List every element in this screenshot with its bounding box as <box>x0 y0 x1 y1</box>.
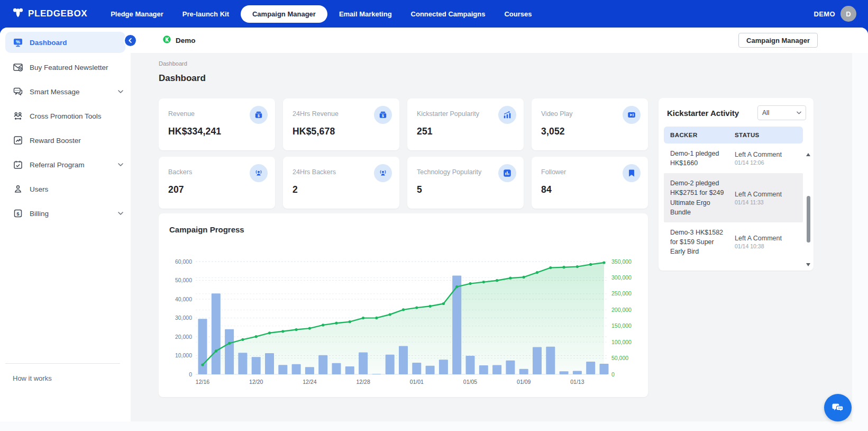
chat-bubbles-icon <box>13 86 23 97</box>
svg-text:01/13: 01/13 <box>570 379 584 385</box>
svg-text:300,000: 300,000 <box>611 274 632 281</box>
nav-item-connected-campaigns[interactable]: Connected Campaigns <box>404 6 493 22</box>
topbar: Demo Campaign Manager <box>131 28 868 53</box>
nav-item-pledge-manager[interactable]: Pledge Manager <box>103 6 171 22</box>
chevron-down-icon <box>118 163 123 166</box>
status-cell: Left A Comment <box>735 191 803 198</box>
column-backer: BACKER <box>664 132 734 138</box>
nav-item-courses[interactable]: Courses <box>497 6 539 22</box>
nav-item-email-marketing[interactable]: Email Marketing <box>332 6 399 22</box>
sidebar-item-label: Billing <box>30 210 112 218</box>
backer-cell: Demo-1 pledged HK$1660 <box>664 149 734 168</box>
how-it-works-link[interactable]: How it works <box>13 374 52 382</box>
svg-text:0: 0 <box>189 371 192 378</box>
svg-text:30,000: 30,000 <box>175 315 192 321</box>
right-gutter <box>852 53 868 421</box>
activity-title: Kickstarter Activity <box>667 109 739 118</box>
stat-label: 24Hrs Revenue <box>293 110 372 118</box>
chat-launcher-button[interactable] <box>824 394 852 421</box>
status-time: 01/14 11:33 <box>735 199 803 205</box>
activity-row[interactable]: Demo-2 pledged HK$2751 for $249 Ultimate… <box>664 173 803 222</box>
page-shell: % Dashboard Buy Featured Newsletter Smar… <box>0 28 868 431</box>
campaign-progress-card: Campaign Progress 010,00020,00030,00040,… <box>159 213 648 397</box>
stat-label: Kickstarter Popularity <box>417 110 496 118</box>
sidebar-item-label: Dashboard <box>30 39 118 47</box>
nav-item-pre-launch-kit[interactable]: Pre-launch Kit <box>175 6 236 22</box>
sidebar-item-referral-program[interactable]: Referral Program <box>0 152 131 177</box>
stat-value: 5 <box>417 184 514 195</box>
svg-text:250,000: 250,000 <box>611 290 632 297</box>
backers-icon <box>250 164 268 182</box>
kickstarter-activity-card: Kickstarter Activity All BACKER STATUS D… <box>659 98 814 271</box>
chart-growth-icon <box>498 106 516 124</box>
chevron-down-icon <box>797 111 801 114</box>
chat-bubbles-icon <box>830 400 845 415</box>
kickstarter-icon <box>162 35 171 46</box>
campaign-progress-chart: 010,00020,00030,00040,00050,00060,000050… <box>159 243 648 396</box>
stat-card-backers: Backers 207 <box>159 157 275 209</box>
brand-name: PLEDGEBOX <box>28 8 87 19</box>
page-title: Dashboard <box>159 73 206 84</box>
column-status: STATUS <box>734 132 803 138</box>
status-cell: Left A Comment <box>735 235 803 242</box>
person-icon <box>13 184 23 194</box>
backers-icon <box>374 164 392 182</box>
svg-text:100,000: 100,000 <box>611 339 632 345</box>
activity-row[interactable]: Demo-1 pledged HK$1660 Left A Comment 01… <box>664 143 803 173</box>
activity-filter-select[interactable]: All <box>757 105 806 120</box>
stat-label: Video Play <box>541 110 620 118</box>
scroll-down-icon[interactable] <box>806 263 810 266</box>
svg-text:01/05: 01/05 <box>463 379 477 385</box>
sidebar-item-cross-promotion-tools[interactable]: Cross Promotion Tools <box>0 104 131 128</box>
calendar-check-icon <box>13 159 23 170</box>
status-time: 01/14 12:06 <box>735 159 803 166</box>
chart-title: Campaign Progress <box>169 225 244 234</box>
svg-text:$: $ <box>258 114 260 118</box>
svg-text:12/24: 12/24 <box>303 379 316 385</box>
breadcrumb[interactable]: Dashboard <box>159 60 187 67</box>
filter-value: All <box>762 109 769 116</box>
chevron-down-icon <box>118 212 123 215</box>
sidebar-item-buy-featured-newsletter[interactable]: Buy Featured Newsletter <box>0 55 131 79</box>
stats-grid: Revenue HK$334,241 $ 24Hrs Revenue HK$5,… <box>159 98 648 209</box>
people-exchange-icon <box>13 111 23 121</box>
svg-text:20,000: 20,000 <box>175 334 192 340</box>
sidebar-collapse-button[interactable] <box>125 35 136 46</box>
svg-text:12/28: 12/28 <box>356 379 370 385</box>
activity-table: BACKER STATUS Demo-1 pledged HK$1660 Lef… <box>664 127 803 262</box>
activity-scrollbar[interactable] <box>806 153 811 266</box>
sidebar-item-reward-booster[interactable]: Reward Booster <box>0 128 131 152</box>
sidebar-divider <box>5 363 120 364</box>
stat-card-24hrs-revenue: 24Hrs Revenue HK$5,678 $ <box>283 98 399 150</box>
main-content: Dashboard Dashboard Revenue HK$334,241 $… <box>131 53 868 421</box>
sidebar-item-users[interactable]: Users <box>0 177 131 201</box>
stat-value: 207 <box>168 184 266 195</box>
trend-up-square-icon <box>13 135 23 146</box>
sidebar-item-smart-message[interactable]: Smart Message <box>0 79 131 104</box>
brand-logo[interactable]: PLEDGEBOX <box>12 6 87 21</box>
scroll-up-icon[interactable] <box>806 153 810 156</box>
main-nav: Pledge Manager Pre-launch Kit Campaign M… <box>103 5 539 23</box>
stat-card-video-play: Video Play 3,052 <box>532 98 648 150</box>
sidebar-item-billing[interactable]: $ Billing <box>0 201 131 226</box>
svg-text:150,000: 150,000 <box>611 322 632 329</box>
activity-row[interactable]: Demo-3 HK$1582 for $159 Super Early Bird… <box>664 222 803 262</box>
backer-cell: Demo-3 HK$1582 for $159 Super Early Bird <box>664 228 734 256</box>
user-avatar[interactable]: D <box>840 6 856 22</box>
stat-card-follower: Follower 84 <box>532 157 648 209</box>
scrollbar-thumb[interactable] <box>807 196 810 243</box>
bar-chart-icon <box>498 164 516 182</box>
backer-cell: Demo-2 pledged HK$2751 for $249 Ultimate… <box>664 178 734 217</box>
stat-value: HK$334,241 <box>168 126 266 137</box>
sidebar-item-label: Reward Booster <box>30 137 123 145</box>
campaign-manager-button[interactable]: Campaign Manager <box>738 33 818 48</box>
status-cell: Left A Comment <box>735 151 803 158</box>
sidebar-item-dashboard[interactable]: % Dashboard <box>5 32 125 53</box>
campaign-selector[interactable]: Demo <box>162 28 196 53</box>
svg-text:12/16: 12/16 <box>196 379 209 385</box>
svg-text:01/09: 01/09 <box>517 379 531 385</box>
nav-item-campaign-manager[interactable]: Campaign Manager <box>241 5 327 23</box>
sidebar: % Dashboard Buy Featured Newsletter Smar… <box>0 28 131 421</box>
money-bag-icon: $ <box>250 106 268 124</box>
svg-text:50,000: 50,000 <box>175 277 192 283</box>
